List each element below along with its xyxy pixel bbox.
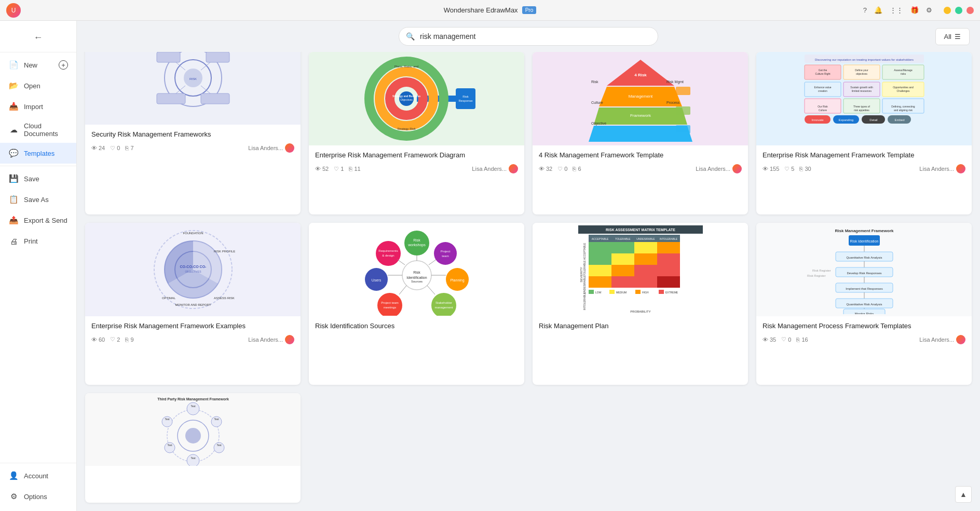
card-2-title: Enterprise Risk Management Framework Dia… <box>315 151 518 160</box>
sidebar-item-save[interactable]: 💾 Save <box>0 168 76 189</box>
svg-text:Project team: Project team <box>381 301 399 304</box>
sidebar-item-import-label: Import <box>24 103 43 111</box>
card-3-info: 4 Risk Management Framework Template 👁 3… <box>533 145 748 178</box>
content-area: 🔍 All ☰ <box>77 21 980 511</box>
search-icon: 🔍 <box>406 32 415 41</box>
sidebar-item-print[interactable]: 🖨 Print <box>0 231 76 251</box>
card-7-title: Risk Management Plan <box>539 321 742 331</box>
template-card-6[interactable]: Risk Identification Sources Risk worksho… <box>309 223 524 385</box>
svg-text:Process: Process <box>666 101 680 104</box>
template-card-9[interactable]: Third Party Risk Management Framework <box>85 393 301 503</box>
sidebar-divider-3 <box>0 463 76 463</box>
svg-point-86 <box>402 261 431 290</box>
card-1-title: Security Risk Management Frameworks <box>91 130 294 139</box>
sidebar-item-export[interactable]: 📤 Export & Send <box>0 210 76 231</box>
sidebar-item-account[interactable]: 👤 Account <box>0 465 76 486</box>
card-4-views: 👁 155 <box>763 166 779 172</box>
titlebar-left: U <box>6 3 21 18</box>
circular-blue-diagram: CO-CO-CO CO- OBJECTIVES RISK PROFILE OPT… <box>136 224 250 315</box>
template-card-5[interactable]: CO-CO-CO CO- OBJECTIVES RISK PROFILE OPT… <box>85 223 301 385</box>
sidebar-item-cloud[interactable]: ☁ Cloud Documents <box>0 117 76 143</box>
svg-text:Risk: Risk <box>413 271 420 274</box>
app-title: Wondershare EdrawMax <box>444 6 518 14</box>
svg-text:Quantitative Risk Analysis: Quantitative Risk Analysis <box>846 256 882 259</box>
template-card-1[interactable]: RISK Security Risk Management Frameworks… <box>85 52 301 214</box>
template-card-2[interactable]: Strategy and Business Objectives Plans, … <box>309 52 524 214</box>
scroll-top-button[interactable]: ▲ <box>955 486 972 503</box>
card-1-image: RISK <box>85 52 301 125</box>
apps-icon[interactable]: ⋮⋮ <box>890 6 903 14</box>
svg-rect-147 <box>634 276 657 288</box>
card-2-author: Lisa Anders... <box>472 164 518 173</box>
svg-rect-151 <box>609 290 615 294</box>
close-button[interactable]: × <box>967 7 974 14</box>
svg-text:Risk Identification: Risk Identification <box>850 239 878 243</box>
svg-rect-136 <box>657 242 680 253</box>
svg-text:FOUNDATION: FOUNDATION <box>183 232 203 235</box>
help-icon[interactable]: ? <box>863 6 867 14</box>
minimize-button[interactable]: − <box>944 7 951 14</box>
svg-rect-141 <box>589 265 611 276</box>
erm-template-diagram: Discovering our reputation on treating i… <box>802 52 927 145</box>
search-input[interactable] <box>399 27 658 46</box>
card-1-info: Security Risk Management Frameworks 👁 24… <box>85 125 301 157</box>
settings-icon[interactable]: ⚙ <box>926 6 932 14</box>
svg-rect-145 <box>589 276 611 288</box>
svg-text:Test: Test <box>190 456 196 460</box>
back-button[interactable]: ← <box>28 27 49 48</box>
pro-badge: Pro <box>522 6 537 14</box>
template-card-7[interactable]: RISK ASSESSMENT MATRIX TEMPLATE SEVERITY… <box>533 223 748 385</box>
svg-text:TOLERABLE: TOLERABLE <box>615 237 631 240</box>
account-icon: 👤 <box>8 470 19 481</box>
filter-button[interactable]: All ☰ <box>935 28 970 45</box>
sidebar-item-options[interactable]: ⚙ Options <box>0 486 76 507</box>
card-8-info: Risk Management Process Framework Templa… <box>756 316 972 348</box>
svg-rect-139 <box>634 253 657 265</box>
svg-text:Culture Right: Culture Right <box>815 72 831 75</box>
card-2-author-avatar <box>509 164 518 173</box>
sidebar-item-saveas[interactable]: 📋 Save As <box>0 189 76 210</box>
template-card-3[interactable]: 4 Risk Management Framework Risk Culture… <box>533 52 748 214</box>
card-2-views: 👁 52 <box>315 166 329 172</box>
svg-text:Requirements: Requirements <box>378 249 398 252</box>
sidebar-item-print-label: Print <box>24 237 38 245</box>
svg-text:Quantitative Risk Analysis: Quantitative Risk Analysis <box>846 303 882 306</box>
svg-text:management: management <box>434 306 453 309</box>
svg-text:Strategy Risk: Strategy Risk <box>397 127 416 130</box>
card-6-title: Risk Identification Sources <box>315 321 518 340</box>
card-1-author: Lisa Anders... <box>248 143 294 153</box>
options-icon: ⚙ <box>8 491 19 502</box>
template-card-4[interactable]: Discovering our reputation on treating i… <box>756 52 972 214</box>
card-1-meta: 👁 24 ♡ 0 ⎘ 7 Lisa Anders... <box>91 143 294 153</box>
svg-text:EXTREME: EXTREME <box>665 291 678 294</box>
svg-text:Test: Test <box>214 418 219 421</box>
card-9-image: Third Party Risk Management Framework <box>85 393 301 466</box>
card-7-image: RISK ASSESSMENT MATRIX TEMPLATE SEVERITY… <box>533 223 748 316</box>
card-5-likes: ♡ 2 <box>110 336 120 343</box>
sidebar-item-import[interactable]: 📥 Import <box>0 96 76 117</box>
template-card-8[interactable]: Risk Management Framework Risk Identific… <box>756 223 972 385</box>
sidebar-item-new[interactable]: 📄 New + <box>0 55 76 75</box>
card-8-author: Lisa Anders... <box>919 335 965 344</box>
card-2-info: Enterprise Risk Management Framework Dia… <box>309 145 524 178</box>
card-3-image: 4 Risk Management Framework Risk Culture… <box>533 52 748 145</box>
card-5-author-avatar <box>285 335 294 344</box>
notification-icon[interactable]: 🔔 <box>874 6 882 14</box>
sidebar-divider-2 <box>0 166 76 166</box>
sidebar-item-templates[interactable]: 💬 Templates <box>0 143 76 164</box>
svg-text:INTOLERABLE: INTOLERABLE <box>659 237 677 240</box>
svg-rect-8 <box>206 52 229 62</box>
sidebar-item-open[interactable]: 📂 Open <box>0 75 76 96</box>
svg-text:ASSESS RISK: ASSESS RISK <box>214 297 235 300</box>
svg-text:UNDESIRABLE: UNDESIRABLE <box>583 275 586 293</box>
titlebar-controls: ? 🔔 ⋮⋮ 🎁 ⚙ − □ × <box>944 0 974 20</box>
svg-text:Sustain growth with: Sustain growth with <box>850 86 873 89</box>
maximize-button[interactable]: □ <box>955 7 962 14</box>
sidebar: ← 📄 New + 📂 Open 📥 Import ☁ Cloud Docume… <box>0 21 77 511</box>
svg-text:Risk Register: Risk Register <box>807 274 826 277</box>
svg-text:RISK ASSESSMENT MATRIX TEMPLAT: RISK ASSESSMENT MATRIX TEMPLATE <box>605 228 675 232</box>
gift-icon[interactable]: 🎁 <box>910 6 919 14</box>
svg-text:HIGH: HIGH <box>642 291 649 294</box>
user-avatar[interactable]: U <box>6 3 21 18</box>
card-1-author-avatar <box>285 143 294 153</box>
